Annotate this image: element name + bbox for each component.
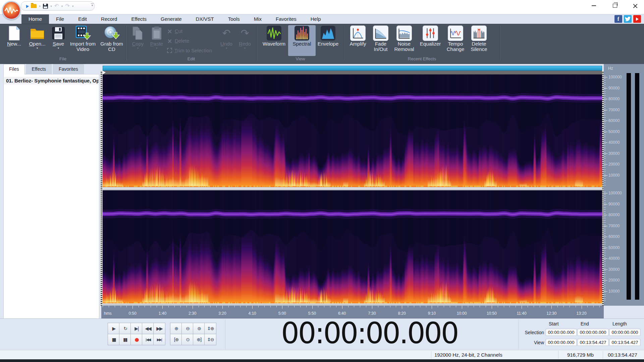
menu-tab-edit[interactable]: Edit <box>71 14 94 24</box>
menu-tab-effects[interactable]: Effects <box>124 14 154 24</box>
minimize-button[interactable] <box>585 0 602 11</box>
zoom-in-button[interactable]: ⊕ <box>170 323 182 334</box>
waveform-button[interactable]: Waveform <box>259 25 289 56</box>
rewind-button[interactable]: ◀◀ <box>142 323 154 334</box>
play-to-end-button[interactable]: ▶| <box>130 323 143 334</box>
trim-button[interactable]: Trim to Selection <box>167 46 224 55</box>
selection-length-field[interactable]: 00:00:00.000 <box>609 329 640 336</box>
open-dropdown-icon[interactable]: ▾ <box>38 5 41 8</box>
menu-tab-mix[interactable]: Mix <box>247 14 269 24</box>
copy-dropdown-icon[interactable]: ▾ <box>127 47 149 50</box>
menu-tab-home[interactable]: Home <box>21 14 49 24</box>
spectral-button[interactable]: Spectral <box>288 25 316 56</box>
loop-button[interactable]: ↻ <box>119 323 131 334</box>
menu-tab-dx-vst[interactable]: DX/VST <box>189 14 221 24</box>
file-list[interactable]: 01. Berlioz- Symphonie fantastique, Op. <box>3 74 99 349</box>
level-meter-left <box>627 73 631 300</box>
close-button[interactable] <box>627 0 643 11</box>
undo-dropdown-icon[interactable]: ▾ <box>60 5 63 8</box>
pause-button[interactable]: ▮▮ <box>119 334 131 345</box>
envelope-button[interactable]: Envelope <box>314 25 342 56</box>
selection-pointer-icon[interactable] <box>24 2 29 10</box>
ruler-major-tick <box>312 306 313 309</box>
grab-button[interactable]: Grab from CD <box>96 25 127 56</box>
twitter-icon[interactable] <box>624 15 632 23</box>
facebook-icon[interactable]: f <box>614 15 622 23</box>
delete-button[interactable]: ×Delete <box>167 37 224 45</box>
customize-quick-access-icon[interactable]: ▾ <box>90 3 95 8</box>
youtube-icon[interactable] <box>633 15 641 23</box>
new-document-icon <box>2 25 26 41</box>
sidebar-tab-effects[interactable]: Effects <box>26 64 52 74</box>
overview-scrollbar[interactable] <box>103 66 602 71</box>
frequency-label: 10000 <box>608 289 625 294</box>
playhead-marker-icon[interactable] <box>103 71 106 74</box>
app-logo-icon[interactable] <box>2 1 21 20</box>
play-button[interactable]: ▶ <box>108 323 120 334</box>
undo-dropdown-icon[interactable]: ▾ <box>217 47 236 50</box>
selection-end-field[interactable]: 00:00:00.000 <box>578 329 608 336</box>
selection-row-label-selection: Selection <box>521 330 544 335</box>
zoom-out-button[interactable]: ⊖ <box>181 323 194 334</box>
zoom-to-selection-button[interactable]: ⊙ <box>181 334 194 345</box>
menu-tab-record[interactable]: Record <box>94 14 124 24</box>
status-bar: 192000 Hz, 24-bit, 2 Channels 916,729 Mb… <box>0 350 644 360</box>
noise-button[interactable]: Noise Removal <box>391 25 418 56</box>
zoom-vertical-in-button[interactable]: ⇕⊕ <box>204 323 216 334</box>
amplify-button[interactable]: Amplify <box>345 25 371 56</box>
zoom-vertical-out-button[interactable]: ⇕⊖ <box>204 334 216 345</box>
zoom-selection-end-button[interactable]: ⊕] <box>193 334 205 345</box>
paste-dropdown-icon[interactable]: ▾ <box>146 47 167 50</box>
menu-tab-file[interactable]: File <box>49 14 71 24</box>
sidebar-tab-files[interactable]: Files <box>3 64 25 74</box>
zoom-selection-start-button[interactable]: [⊕ <box>170 334 182 345</box>
delsilence-label: Delete Silence <box>467 41 491 52</box>
record-button[interactable]: ● <box>130 334 143 345</box>
selection-view-panel: StartEndLengthSelection00:00:00.00000:00… <box>520 318 644 350</box>
stop-icon: ■ <box>112 337 115 342</box>
selection-start-field[interactable]: 00:00:00.000 <box>546 329 577 336</box>
cut-button[interactable]: ×Cut <box>167 27 224 35</box>
redo-dropdown-icon[interactable]: ▾ <box>235 47 255 50</box>
menu-tab-favorites[interactable]: Favorites <box>269 14 304 24</box>
open-folder-icon[interactable] <box>30 2 37 10</box>
file-list-item[interactable]: 01. Berlioz- Symphonie fantastique, Op. <box>4 77 99 84</box>
save-dropdown-icon[interactable]: ▾ <box>50 5 53 8</box>
undo-label: Undo <box>217 41 236 47</box>
delsilence-button[interactable]: Delete Silence <box>467 25 491 56</box>
menu-tab-tools[interactable]: Tools <box>221 14 247 24</box>
redo-dropdown-icon[interactable]: ▾ <box>71 5 74 8</box>
menu-tab-generate[interactable]: Generate <box>154 14 189 24</box>
import-video-icon <box>66 25 100 41</box>
go-to-end-button[interactable]: ▶▶| <box>153 334 165 345</box>
menu-tab-help[interactable]: Help <box>304 14 328 24</box>
go-to-start-button[interactable]: |◀◀ <box>142 334 154 345</box>
ribbon-group-label-recent-effects: Recent Effects <box>344 56 500 62</box>
stop-button[interactable]: ■ <box>108 334 120 345</box>
new-button[interactable]: New... <box>2 25 26 56</box>
save-icon[interactable] <box>42 2 49 10</box>
ribbon-group-label-view: View <box>257 56 344 62</box>
fade-button[interactable]: Fade In/Out <box>368 25 394 56</box>
view-end-field[interactable]: 00:13:54.427 <box>578 339 608 346</box>
sidebar-tab-favorites[interactable]: Favorites <box>53 64 84 74</box>
undo-button[interactable]: ↶Undo▾ <box>217 25 236 56</box>
fast-forward-button[interactable]: ▶▶ <box>153 323 165 334</box>
paste-button[interactable]: Paste▾ <box>146 25 167 56</box>
redo-button[interactable]: ↷Redo▾ <box>235 25 255 56</box>
open-dropdown-icon[interactable]: ▾ <box>25 47 49 50</box>
copy-button[interactable]: Copy▾ <box>127 25 149 56</box>
redo-icon[interactable]: ↷ <box>64 2 70 10</box>
position-marker-strip[interactable] <box>103 71 602 74</box>
view-start-field[interactable]: 00:00:00.000 <box>546 339 577 346</box>
ruler-major-tick <box>193 306 193 309</box>
open-button[interactable]: Open...▾ <box>25 25 49 56</box>
maximize-button[interactable] <box>606 0 623 11</box>
tempo-button[interactable]: Tempo Change <box>443 25 468 56</box>
channel-divider[interactable] <box>103 187 602 190</box>
equalizer-button[interactable]: Equalizer <box>416 25 445 56</box>
zoom-100-button[interactable]: ⊚ <box>193 323 205 334</box>
view-length-field[interactable]: 00:13:54.427 <box>609 339 640 346</box>
undo-icon[interactable]: ↶ <box>54 2 59 10</box>
import-button[interactable]: Import from Video <box>66 25 100 56</box>
